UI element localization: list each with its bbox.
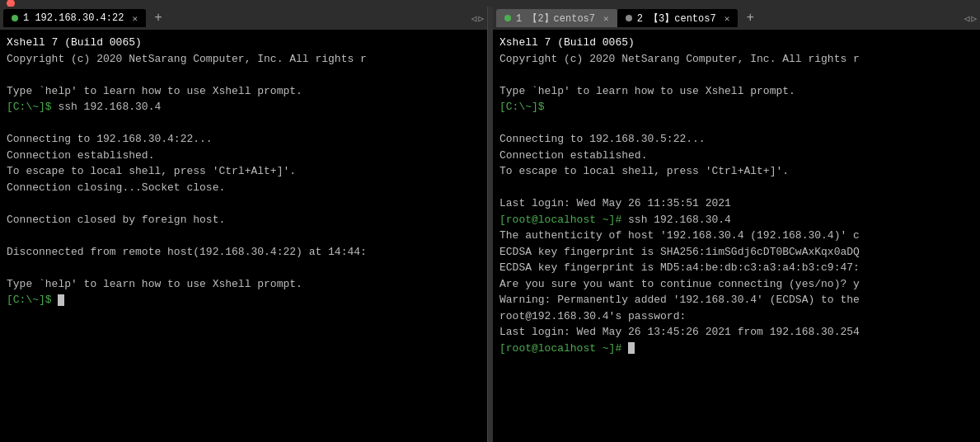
term-line: To escape to local shell, press 'Ctrl+Al… [499, 163, 973, 180]
term-line: Copyright (c) 2020 NetSarang Computer, I… [7, 51, 481, 68]
term-prompt-cursor: [C:\~]$ [7, 292, 481, 308]
root-prompt-2: [root@localhost ~]# [499, 342, 621, 355]
tab-right-1[interactable]: 1 【2】centos7 ✕ [496, 9, 617, 27]
nav-left-icon-r[interactable]: ◁ [964, 13, 970, 24]
terminal-left[interactable]: Xshell 7 (Build 0065) Copyright (c) 2020… [0, 30, 487, 442]
tab-left-1[interactable]: 1 192.168.30.4:22 ✕ [3, 9, 146, 27]
tab-bar-left: 1 192.168.30.4:22 ✕ + ◁ ▷ [0, 7, 487, 30]
nav-right-icon-r[interactable]: ▷ [971, 13, 977, 24]
term-line: Last login: Wed May 26 13:45:26 2021 fro… [499, 324, 973, 341]
term-line: Connection established. [499, 148, 973, 164]
space2 [621, 342, 628, 355]
term-blank [499, 115, 973, 132]
cursor-blink-r [628, 342, 635, 354]
term-line: The authenticity of host '192.168.30.4 (… [499, 228, 973, 244]
root-command: ssh 192.168.30.4 [621, 214, 731, 226]
tab-dot-green [12, 15, 18, 21]
tab-right-2[interactable]: 2 【3】centos7 ✕ [617, 9, 739, 27]
pane-left: 1 192.168.30.4:22 ✕ + ◁ ▷ Xshell 7 (Buil… [0, 7, 488, 442]
tab-nav-right[interactable]: ◁ ▷ [964, 13, 977, 24]
term-line: ECDSA key fingerprint is SHA256:1imSGdj6… [499, 244, 973, 261]
nav-right-icon[interactable]: ▷ [478, 13, 484, 24]
tab-right-2-label: 2 【3】centos7 [637, 12, 716, 26]
term-line: Xshell 7 (Build 0065) [499, 35, 973, 51]
term-blank [7, 260, 481, 276]
term-blank [499, 180, 973, 196]
tab-left-1-label: 1 192.168.30.4:22 [23, 12, 124, 24]
prompt: [C:\~]$ [7, 294, 52, 306]
term-line: Disconnected from remote host(192.168.30… [7, 244, 481, 261]
term-line: Type `help' to learn how to use Xshell p… [7, 83, 481, 100]
nav-left-icon[interactable]: ◁ [471, 13, 477, 24]
term-blank [499, 67, 973, 83]
term-line: root@192.168.30.4's password: [499, 308, 973, 325]
term-line: Connecting to 192.168.30.5:22... [499, 131, 973, 148]
tab-nav-left[interactable]: ◁ ▷ [471, 13, 484, 24]
term-root-prompt-cursor: [root@localhost ~]# [499, 341, 973, 357]
prompt: [C:\~]$ [7, 101, 52, 113]
tab-right-1-label: 1 【2】centos7 [516, 12, 595, 26]
term-blank [7, 195, 481, 212]
tab-add-right[interactable]: + [741, 9, 759, 27]
term-line: Connection established. [7, 148, 481, 164]
tab-add-left[interactable]: + [149, 9, 167, 27]
prompt: [C:\~]$ [499, 101, 545, 113]
term-prompt-line: [C:\~]$ ssh 192.168.30.4 [7, 99, 481, 115]
tab-bar-right: 1 【2】centos7 ✕ 2 【3】centos7 ✕ + ◁ ▷ [493, 7, 980, 30]
term-line: Connection closed by foreign host. [7, 212, 481, 228]
term-blank [7, 67, 481, 83]
term-prompt-only: [C:\~]$ [499, 99, 973, 115]
term-line: Connecting to 192.168.30.4:22... [7, 131, 481, 148]
term-line: Xshell 7 (Build 0065) [7, 35, 481, 51]
tab-dot-gray-r2 [626, 15, 632, 21]
term-line: Type `help' to learn how to use Xshell p… [7, 276, 481, 293]
term-blank [7, 228, 481, 244]
pane-right: 1 【2】centos7 ✕ 2 【3】centos7 ✕ + ◁ ▷ Xshe… [493, 7, 980, 442]
cursor-blink [58, 294, 64, 306]
tab-right-2-close[interactable]: ✕ [724, 13, 730, 24]
term-line: Are you sure you want to continue connec… [499, 276, 973, 293]
term-line: Warning: Permanently added '192.168.30.4… [499, 292, 973, 308]
space [52, 294, 59, 306]
term-line: Copyright (c) 2020 NetSarang Computer, I… [499, 51, 973, 68]
tab-right-1-close[interactable]: ✕ [603, 13, 609, 24]
command-text: ssh 192.168.30.4 [52, 101, 162, 113]
term-line: Type `help' to learn how to use Xshell p… [499, 83, 973, 100]
terminal-right[interactable]: Xshell 7 (Build 0065) Copyright (c) 2020… [493, 30, 980, 442]
root-prompt: [root@localhost ~]# [499, 214, 621, 226]
term-root-prompt: [root@localhost ~]# ssh 192.168.30.4 [499, 212, 973, 228]
term-blank [7, 115, 481, 132]
tab-left-1-close[interactable]: ✕ [132, 13, 138, 24]
term-line: Last login: Wed May 26 11:35:51 2021 [499, 195, 973, 212]
term-line: Connection closing...Socket close. [7, 180, 481, 196]
term-line: ECDSA key fingerprint is MD5:a4:be:db:c3… [499, 260, 973, 276]
pane-container: 1 192.168.30.4:22 ✕ + ◁ ▷ Xshell 7 (Buil… [0, 7, 980, 442]
term-line: To escape to local shell, press 'Ctrl+Al… [7, 163, 481, 180]
tab-dot-green-r1 [504, 15, 511, 21]
